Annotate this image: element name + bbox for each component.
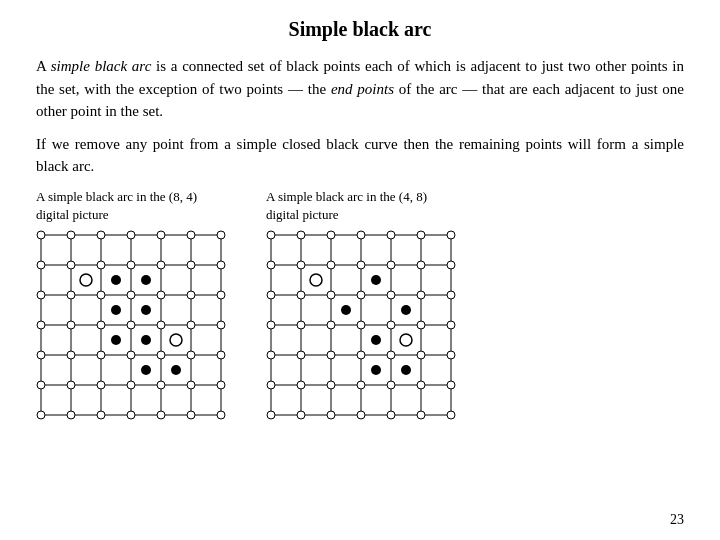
svg-point-45 xyxy=(217,351,225,359)
svg-point-133 xyxy=(401,305,411,315)
svg-point-41 xyxy=(97,351,105,359)
svg-point-54 xyxy=(67,411,75,419)
svg-point-15 xyxy=(157,231,165,239)
svg-point-98 xyxy=(357,291,365,299)
svg-point-99 xyxy=(387,291,395,299)
svg-point-51 xyxy=(187,381,195,389)
svg-point-56 xyxy=(127,411,135,419)
svg-point-62 xyxy=(141,275,151,285)
svg-point-39 xyxy=(37,351,45,359)
svg-point-64 xyxy=(141,305,151,315)
svg-point-137 xyxy=(400,334,412,346)
svg-point-49 xyxy=(127,381,135,389)
svg-point-105 xyxy=(357,321,365,329)
svg-point-82 xyxy=(297,231,305,239)
svg-point-106 xyxy=(387,321,395,329)
svg-point-16 xyxy=(187,231,195,239)
svg-point-43 xyxy=(157,351,165,359)
svg-point-132 xyxy=(371,275,381,285)
svg-point-17 xyxy=(217,231,225,239)
svg-point-27 xyxy=(97,291,105,299)
svg-point-129 xyxy=(447,411,455,419)
svg-point-125 xyxy=(327,411,335,419)
svg-point-48 xyxy=(97,381,105,389)
svg-point-35 xyxy=(127,321,135,329)
svg-point-116 xyxy=(267,381,275,389)
page: Simple black arc A simple black arc is a… xyxy=(0,0,720,430)
svg-point-123 xyxy=(267,411,275,419)
svg-point-24 xyxy=(217,261,225,269)
svg-point-60 xyxy=(80,274,92,286)
svg-point-136 xyxy=(401,365,411,375)
svg-point-23 xyxy=(187,261,195,269)
svg-point-14 xyxy=(127,231,135,239)
svg-point-134 xyxy=(371,335,381,345)
svg-point-67 xyxy=(141,365,151,375)
svg-point-11 xyxy=(37,231,45,239)
paragraph-1: A simple black arc is a connected set of… xyxy=(36,55,684,123)
svg-point-114 xyxy=(417,351,425,359)
svg-point-44 xyxy=(187,351,195,359)
svg-point-128 xyxy=(417,411,425,419)
diagrams-section: A simple black arc in the (8, 4) digital… xyxy=(36,188,684,420)
svg-point-113 xyxy=(387,351,395,359)
diagram-1-label: A simple black arc in the (8, 4) digital… xyxy=(36,188,197,224)
svg-point-112 xyxy=(357,351,365,359)
svg-point-104 xyxy=(327,321,335,329)
svg-point-46 xyxy=(37,381,45,389)
svg-point-121 xyxy=(417,381,425,389)
svg-point-65 xyxy=(111,335,121,345)
svg-point-110 xyxy=(297,351,305,359)
svg-point-31 xyxy=(217,291,225,299)
svg-point-91 xyxy=(357,261,365,269)
diagram-2: A simple black arc in the (4, 8) digital… xyxy=(266,188,456,420)
svg-point-52 xyxy=(217,381,225,389)
svg-point-135 xyxy=(371,365,381,375)
svg-point-101 xyxy=(447,291,455,299)
svg-point-131 xyxy=(341,305,351,315)
svg-point-118 xyxy=(327,381,335,389)
diagram-2-grid xyxy=(266,230,456,420)
svg-point-34 xyxy=(97,321,105,329)
paragraph-2: If we remove any point from a simple clo… xyxy=(36,133,684,178)
svg-point-107 xyxy=(417,321,425,329)
svg-point-58 xyxy=(187,411,195,419)
term-end-points: end points xyxy=(331,81,394,97)
svg-point-57 xyxy=(157,411,165,419)
svg-point-21 xyxy=(127,261,135,269)
svg-point-103 xyxy=(297,321,305,329)
svg-point-83 xyxy=(327,231,335,239)
svg-point-13 xyxy=(97,231,105,239)
diagram-2-label: A simple black arc in the (4, 8) digital… xyxy=(266,188,427,224)
svg-point-38 xyxy=(217,321,225,329)
svg-point-111 xyxy=(327,351,335,359)
svg-point-36 xyxy=(157,321,165,329)
svg-point-50 xyxy=(157,381,165,389)
svg-point-20 xyxy=(97,261,105,269)
svg-point-97 xyxy=(327,291,335,299)
svg-point-63 xyxy=(111,305,121,315)
svg-point-120 xyxy=(387,381,395,389)
svg-point-127 xyxy=(387,411,395,419)
svg-point-93 xyxy=(417,261,425,269)
svg-point-87 xyxy=(447,231,455,239)
diagram-1-svg xyxy=(36,230,226,420)
svg-point-119 xyxy=(357,381,365,389)
svg-point-22 xyxy=(157,261,165,269)
svg-point-84 xyxy=(357,231,365,239)
svg-point-102 xyxy=(267,321,275,329)
svg-point-92 xyxy=(387,261,395,269)
svg-point-117 xyxy=(297,381,305,389)
svg-point-25 xyxy=(37,291,45,299)
svg-point-68 xyxy=(171,365,181,375)
svg-point-81 xyxy=(267,231,275,239)
svg-point-19 xyxy=(67,261,75,269)
svg-point-122 xyxy=(447,381,455,389)
svg-point-55 xyxy=(97,411,105,419)
term-simple-black-arc: simple black arc xyxy=(51,58,152,74)
diagram-2-svg xyxy=(266,230,456,420)
svg-point-124 xyxy=(297,411,305,419)
svg-point-86 xyxy=(417,231,425,239)
svg-point-30 xyxy=(187,291,195,299)
svg-point-40 xyxy=(67,351,75,359)
